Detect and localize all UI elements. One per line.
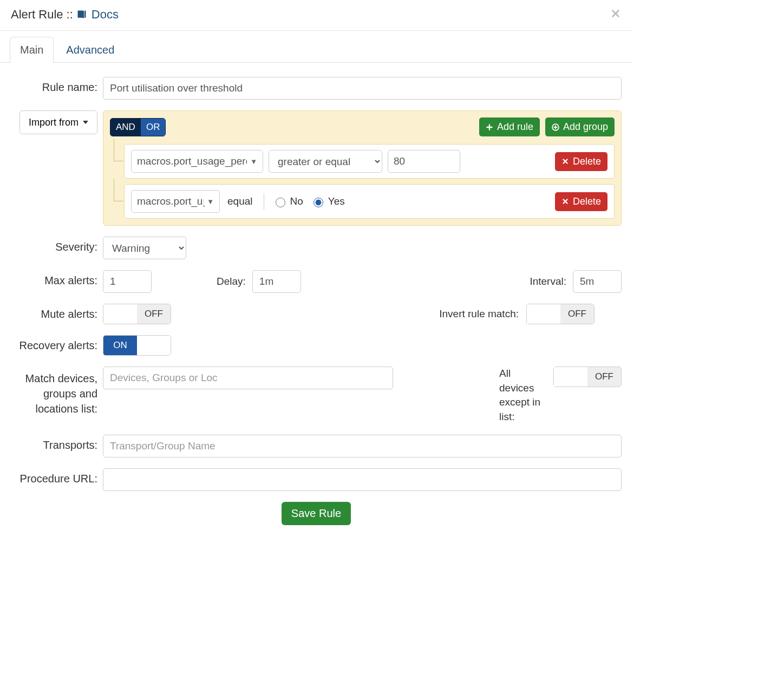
tab-main[interactable]: Main bbox=[10, 37, 54, 63]
rule-name-input[interactable] bbox=[103, 77, 622, 100]
interval-input[interactable] bbox=[573, 270, 622, 293]
tree-connector bbox=[114, 139, 123, 161]
procedure-url-label: Procedure URL: bbox=[11, 468, 103, 491]
transports-label: Transports: bbox=[11, 435, 103, 457]
modal-title: Alert Rule bbox=[11, 8, 63, 22]
match-devices-label: Match devices, groups and locations list… bbox=[11, 367, 103, 424]
severity-label: Severity: bbox=[11, 237, 103, 259]
recovery-toggle-right bbox=[137, 336, 171, 355]
rule2-yes-radio[interactable] bbox=[313, 198, 323, 207]
rule1-operator-select[interactable]: greater or equal bbox=[269, 150, 382, 173]
rule-row-1: macros.port_usage_perc ▼ greater or equa… bbox=[124, 144, 615, 179]
invert-toggle-left bbox=[527, 304, 560, 324]
import-from-label: Import from bbox=[29, 117, 79, 128]
rule2-delete-button[interactable]: Delete bbox=[555, 192, 607, 211]
docs-link[interactable]: Docs bbox=[76, 8, 119, 22]
recovery-label: Recovery alerts: bbox=[11, 335, 103, 356]
chevron-down-icon: ▼ bbox=[204, 198, 214, 206]
caret-down-icon bbox=[83, 121, 88, 124]
title-separator: :: bbox=[67, 8, 73, 22]
rule1-delete-label: Delete bbox=[573, 156, 601, 167]
tree-connector bbox=[114, 179, 123, 201]
rule2-yes-option[interactable]: Yes bbox=[311, 195, 345, 207]
rule1-value-input[interactable] bbox=[388, 150, 460, 173]
docs-label: Docs bbox=[92, 8, 119, 22]
mute-toggle-value: OFF bbox=[137, 304, 171, 324]
plus-circle-icon bbox=[552, 123, 559, 131]
invert-toggle-value: OFF bbox=[560, 304, 594, 324]
rule2-no-option[interactable]: No bbox=[273, 195, 303, 207]
add-group-label: Add group bbox=[563, 121, 608, 133]
rule2-yesno-group: No Yes bbox=[273, 195, 345, 207]
close-button[interactable] bbox=[610, 8, 622, 22]
rule1-field-select[interactable]: macros.port_usage_perc ▼ bbox=[131, 150, 263, 173]
invert-label: Invert rule match: bbox=[364, 308, 526, 320]
rule-name-label: Rule name: bbox=[11, 77, 103, 100]
x-icon bbox=[561, 158, 569, 165]
tab-bar: Main Advanced bbox=[0, 31, 632, 63]
delay-label: Delay: bbox=[217, 276, 246, 287]
save-rule-button[interactable]: Save Rule bbox=[282, 502, 351, 525]
save-rule-label: Save Rule bbox=[291, 507, 341, 520]
transports-input[interactable] bbox=[103, 435, 622, 457]
and-or-toggle[interactable]: AND OR bbox=[110, 118, 166, 136]
mute-label: Mute alerts: bbox=[11, 304, 103, 324]
add-rule-label: Add rule bbox=[497, 121, 533, 133]
book-icon bbox=[76, 9, 87, 20]
rule2-operator-label: equal bbox=[225, 195, 255, 207]
and-option[interactable]: AND bbox=[110, 119, 141, 136]
add-rule-button[interactable]: Add rule bbox=[479, 117, 540, 136]
all-except-toggle[interactable]: OFF bbox=[553, 367, 622, 387]
interval-label: Interval: bbox=[530, 276, 566, 287]
rule2-yes-label: Yes bbox=[328, 195, 345, 207]
max-alerts-label: Max alerts: bbox=[11, 270, 103, 293]
all-except-toggle-left bbox=[554, 367, 587, 387]
tab-advanced[interactable]: Advanced bbox=[56, 37, 125, 63]
close-icon bbox=[610, 8, 622, 19]
procedure-url-input[interactable] bbox=[103, 468, 622, 491]
plus-icon bbox=[486, 123, 493, 131]
invert-toggle[interactable]: OFF bbox=[526, 304, 594, 324]
x-icon bbox=[561, 198, 569, 205]
recovery-toggle[interactable]: ON bbox=[103, 335, 171, 356]
all-except-label: All devices except in list: bbox=[478, 367, 553, 424]
rule1-delete-button[interactable]: Delete bbox=[555, 152, 607, 171]
chevron-down-icon: ▼ bbox=[247, 158, 257, 166]
rule2-no-radio[interactable] bbox=[276, 198, 285, 207]
mute-toggle[interactable]: OFF bbox=[103, 304, 171, 324]
add-group-button[interactable]: Add group bbox=[545, 117, 615, 136]
divider bbox=[264, 193, 264, 210]
match-devices-input[interactable] bbox=[103, 367, 393, 389]
rule2-field-value: macros.port_up bbox=[137, 195, 208, 207]
mute-toggle-left bbox=[103, 304, 137, 324]
rule2-no-label: No bbox=[290, 195, 303, 207]
query-builder: AND OR Add rule Add group bbox=[103, 110, 622, 226]
all-except-toggle-value: OFF bbox=[587, 367, 621, 387]
recovery-toggle-value: ON bbox=[103, 336, 137, 355]
delay-input[interactable] bbox=[252, 270, 301, 293]
rule2-field-select[interactable]: macros.port_up ▼ bbox=[131, 190, 220, 213]
or-option[interactable]: OR bbox=[141, 119, 166, 136]
severity-select[interactable]: Warning bbox=[103, 237, 186, 259]
rule2-delete-label: Delete bbox=[573, 196, 601, 207]
rule-row-2: macros.port_up ▼ equal No Yes Del bbox=[124, 184, 615, 219]
max-alerts-input[interactable] bbox=[103, 270, 152, 293]
rule1-field-value: macros.port_usage_perc bbox=[137, 155, 251, 167]
import-from-button[interactable]: Import from bbox=[19, 110, 97, 134]
